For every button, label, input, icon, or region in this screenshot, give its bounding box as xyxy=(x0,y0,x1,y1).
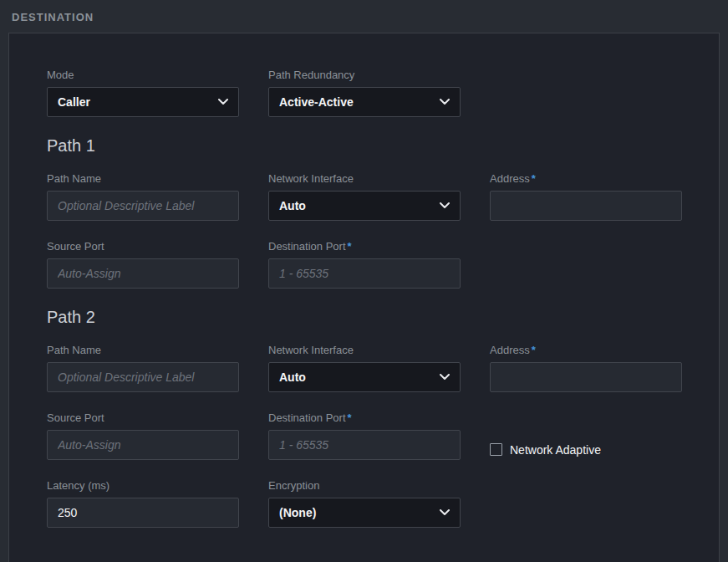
destination-page: DESTINATION Mode Caller Path Redundancy … xyxy=(0,0,728,562)
mode-select[interactable]: Caller xyxy=(47,87,239,117)
path2-address-input[interactable] xyxy=(490,362,682,392)
field-path2-destination-port: Destination Port* xyxy=(268,411,461,460)
field-mode: Mode Caller xyxy=(47,69,239,117)
chevron-down-icon xyxy=(440,202,450,209)
path2-row1: Path Name Network Interface Auto Address… xyxy=(47,344,681,392)
chevron-down-icon xyxy=(440,509,450,516)
chevron-down-icon xyxy=(218,99,228,105)
path-redundancy-label: Path Redundancy xyxy=(268,69,461,81)
encryption-label: Encryption xyxy=(268,479,461,492)
field-path2-name: Path Name xyxy=(47,344,239,392)
field-path1-destination-port: Destination Port* xyxy=(268,240,461,289)
path2-heading: Path 2 xyxy=(47,308,681,327)
network-adaptive-label: Network Adaptive xyxy=(510,443,601,457)
network-adaptive-checkbox[interactable] xyxy=(490,443,502,456)
required-asterisk: * xyxy=(348,240,352,253)
path2-row2: Source Port Destination Port* Network Ad… xyxy=(47,411,681,460)
mode-label: Mode xyxy=(47,69,239,81)
required-asterisk: * xyxy=(348,411,352,424)
field-encryption: Encryption (None) xyxy=(268,479,461,528)
section-title: DESTINATION xyxy=(0,0,728,33)
path1-network-interface-select[interactable]: Auto xyxy=(268,191,461,221)
field-path2-network-interface: Network Interface Auto xyxy=(268,344,461,392)
path1-network-interface-select-value: Auto xyxy=(279,199,306,212)
mode-row: Mode Caller Path Redundancy Active-Activ… xyxy=(47,69,681,117)
required-asterisk: * xyxy=(532,344,536,356)
path1-name-input[interactable] xyxy=(47,191,239,221)
path1-network-interface-label: Network Interface xyxy=(268,172,461,185)
field-path2-address: Address* xyxy=(490,344,682,392)
path-redundancy-select[interactable]: Active-Active xyxy=(268,87,461,117)
path1-heading: Path 1 xyxy=(47,136,681,156)
path1-address-label: Address xyxy=(490,172,530,185)
path2-destination-port-label: Destination Port xyxy=(268,411,346,424)
path2-network-interface-label: Network Interface xyxy=(268,344,461,356)
chevron-down-icon xyxy=(440,374,450,381)
path1-address-input[interactable] xyxy=(490,191,682,221)
field-path1-source-port: Source Port xyxy=(47,240,239,289)
path2-name-label: Path Name xyxy=(47,344,239,356)
mode-select-value: Caller xyxy=(58,95,90,109)
path-redundancy-select-value: Active-Active xyxy=(279,95,354,109)
field-path1-network-interface: Network Interface Auto xyxy=(268,172,461,221)
encryption-select[interactable]: (None) xyxy=(268,498,461,528)
field-path1-address: Address* xyxy=(490,172,682,221)
latency-input[interactable] xyxy=(47,498,239,528)
path2-network-interface-select[interactable]: Auto xyxy=(268,362,461,392)
path1-row2: Source Port Destination Port* xyxy=(47,240,681,289)
path1-name-label: Path Name xyxy=(47,172,239,185)
required-asterisk: * xyxy=(532,172,536,185)
encryption-select-value: (None) xyxy=(279,506,316,519)
path2-network-interface-select-value: Auto xyxy=(279,370,306,384)
path1-destination-port-input[interactable] xyxy=(268,258,461,289)
path2-address-label: Address xyxy=(490,344,530,356)
path2-destination-port-input[interactable] xyxy=(268,430,461,460)
path2-source-port-label: Source Port xyxy=(47,411,239,424)
field-path1-name: Path Name xyxy=(47,172,239,221)
path1-row1: Path Name Network Interface Auto Address… xyxy=(47,172,681,221)
path2-name-input[interactable] xyxy=(47,362,239,392)
destination-panel: Mode Caller Path Redundancy Active-Activ… xyxy=(8,33,720,562)
path2-source-port-input[interactable] xyxy=(47,430,239,460)
chevron-down-icon xyxy=(440,99,450,105)
latency-row: Latency (ms) Encryption (None) xyxy=(47,479,681,528)
path1-source-port-input[interactable] xyxy=(47,258,239,289)
latency-label: Latency (ms) xyxy=(47,479,239,492)
field-network-adaptive: Network Adaptive xyxy=(490,411,682,460)
field-latency: Latency (ms) xyxy=(47,479,239,528)
field-path-redundancy: Path Redundancy Active-Active xyxy=(268,69,461,117)
path1-destination-port-label: Destination Port xyxy=(268,240,346,253)
path1-source-port-label: Source Port xyxy=(47,240,239,253)
field-path2-source-port: Source Port xyxy=(47,411,239,460)
